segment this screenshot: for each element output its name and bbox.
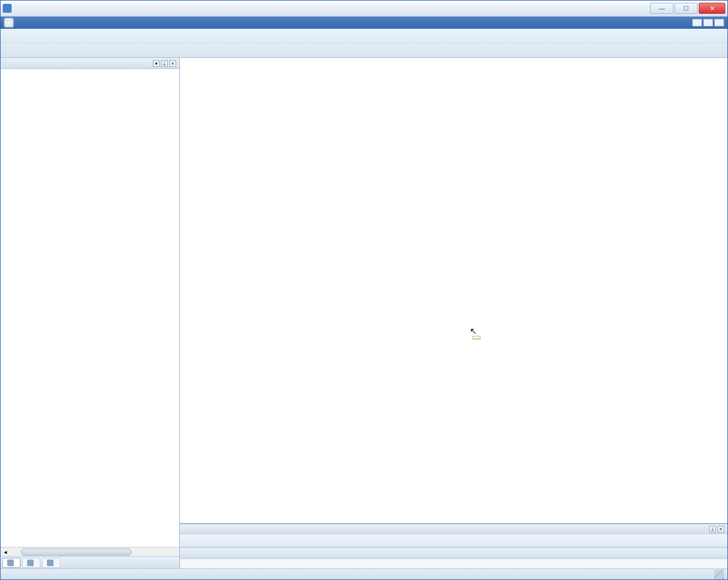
nav-dropdown-icon[interactable]: ▾ [153,60,160,67]
resize-grip[interactable] [714,570,724,579]
titlebar: — ☐ ✕ [1,1,727,17]
table-panel: ⊥ × [180,524,727,568]
nav-pin-icon[interactable]: ⊥ [161,60,168,67]
navigator-tabs [1,556,179,568]
table-toolbar [180,534,727,547]
minimize-button[interactable]: — [650,3,673,14]
navigator-tree[interactable] [1,69,179,547]
element-tooltip [472,336,480,339]
project-navigator: ▾ ⊥ × ◂ [1,58,180,568]
nav-tab-display[interactable] [22,558,40,568]
app-icon [3,4,12,13]
navigator-hscroll[interactable]: ◂ [1,547,179,556]
info-bar [180,558,727,568]
mouse-cursor: ↖ [470,326,477,336]
table-close-icon[interactable]: × [718,526,724,532]
close-button[interactable]: ✕ [699,3,725,14]
navigator-header: ▾ ⊥ × [1,58,179,69]
menubar [1,17,727,29]
toolbar-row-1 [1,29,727,43]
mdi-close[interactable] [714,19,724,27]
mdi-restore[interactable] [703,19,713,27]
nav-tab-data[interactable] [2,558,20,568]
status-bar [1,568,727,579]
mdi-minimize[interactable] [692,19,702,27]
table-tabs [180,547,727,558]
table-pin-icon[interactable]: ⊥ [709,526,716,532]
toolbar-row-2 [1,43,727,57]
3d-viewport[interactable]: ↖ [180,58,727,524]
nav-tab-views[interactable] [42,558,60,568]
toolbars [1,29,727,58]
nav-close-icon[interactable]: × [169,60,176,67]
maximize-button[interactable]: ☐ [674,3,698,14]
app-menu-button[interactable] [4,18,14,28]
